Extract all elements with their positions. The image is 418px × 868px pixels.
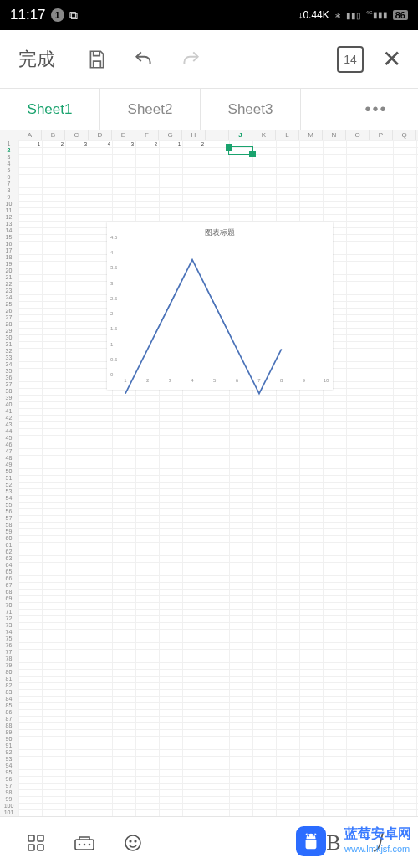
row-header[interactable]: 35 bbox=[0, 368, 18, 375]
row-header[interactable]: 70 bbox=[0, 602, 18, 609]
row-header[interactable]: 72 bbox=[0, 615, 18, 622]
row-header[interactable]: 53 bbox=[0, 488, 18, 495]
row-header[interactable]: 74 bbox=[0, 629, 18, 636]
grid[interactable]: 12343212 图表标题 00.511.522.533.544.5123456… bbox=[18, 140, 418, 816]
row-header[interactable]: 31 bbox=[0, 341, 18, 348]
row-header[interactable]: 14 bbox=[0, 227, 18, 234]
row-header[interactable]: 26 bbox=[0, 308, 18, 314]
row-header[interactable]: 95 bbox=[0, 769, 18, 776]
row-header[interactable]: 27 bbox=[0, 314, 18, 321]
row-header[interactable]: 32 bbox=[0, 348, 18, 355]
row-header[interactable]: 86 bbox=[0, 709, 18, 716]
row-header[interactable]: 21 bbox=[0, 274, 18, 281]
col-header-L[interactable]: L bbox=[276, 130, 299, 140]
row-headers[interactable]: 1234567891011121314151617181920212223242… bbox=[0, 140, 18, 816]
row-header[interactable]: 92 bbox=[0, 749, 18, 756]
col-header-G[interactable]: G bbox=[159, 130, 182, 140]
more-tabs-button[interactable]: ••• bbox=[334, 89, 418, 130]
col-header-D[interactable]: D bbox=[89, 130, 112, 140]
row-header[interactable]: 52 bbox=[0, 482, 18, 488]
row-header[interactable]: 91 bbox=[0, 743, 18, 749]
tab-sheet1[interactable]: Sheet1 bbox=[0, 89, 100, 130]
col-header-O[interactable]: O bbox=[346, 130, 370, 140]
row-header[interactable]: 68 bbox=[0, 589, 18, 595]
cell[interactable]: 2 bbox=[182, 140, 206, 147]
chart[interactable]: 图表标题 00.511.522.533.544.512345678910 bbox=[107, 222, 333, 390]
row-header[interactable]: 94 bbox=[0, 763, 18, 769]
row-header[interactable]: 9 bbox=[0, 194, 18, 201]
row-header[interactable]: 69 bbox=[0, 595, 18, 602]
row-header[interactable]: 50 bbox=[0, 468, 18, 475]
row-header[interactable]: 61 bbox=[0, 542, 18, 549]
row-header[interactable]: 22 bbox=[0, 281, 18, 288]
tab-sheet2[interactable]: Sheet2 bbox=[100, 89, 201, 130]
row-header[interactable]: 24 bbox=[0, 294, 18, 301]
row-header[interactable]: 15 bbox=[0, 234, 18, 241]
row-header[interactable]: 23 bbox=[0, 288, 18, 294]
row-header[interactable]: 59 bbox=[0, 528, 18, 535]
col-header-I[interactable]: I bbox=[206, 130, 229, 140]
row-header[interactable]: 97 bbox=[0, 783, 18, 789]
row-header[interactable]: 37 bbox=[0, 381, 18, 388]
col-header-A[interactable]: A bbox=[18, 130, 42, 140]
selection-handle[interactable] bbox=[249, 151, 256, 157]
row-header[interactable]: 16 bbox=[0, 241, 18, 248]
row-header[interactable]: 51 bbox=[0, 475, 18, 482]
row-header[interactable]: 19 bbox=[0, 261, 18, 268]
col-header-C[interactable]: C bbox=[65, 130, 89, 140]
row-header[interactable]: 20 bbox=[0, 268, 18, 274]
row-header[interactable]: 48 bbox=[0, 455, 18, 462]
cell[interactable]: 1 bbox=[159, 140, 182, 147]
row-header[interactable]: 101 bbox=[0, 809, 18, 816]
row-header[interactable]: 85 bbox=[0, 702, 18, 709]
row-header[interactable]: 87 bbox=[0, 716, 18, 722]
row-header[interactable]: 64 bbox=[0, 562, 18, 569]
col-header-M[interactable]: M bbox=[299, 130, 323, 140]
row-header[interactable]: 43 bbox=[0, 421, 18, 428]
cell[interactable]: 3 bbox=[65, 140, 89, 147]
row-header[interactable]: 33 bbox=[0, 355, 18, 361]
col-header-J[interactable]: J bbox=[229, 130, 252, 140]
row-header[interactable]: 60 bbox=[0, 535, 18, 542]
row-header[interactable]: 55 bbox=[0, 502, 18, 508]
row-header[interactable]: 10 bbox=[0, 201, 18, 207]
row-header[interactable]: 76 bbox=[0, 642, 18, 649]
calendar-button[interactable]: 14 bbox=[337, 46, 364, 73]
row-header[interactable]: 96 bbox=[0, 776, 18, 783]
row-header[interactable]: 62 bbox=[0, 549, 18, 555]
row-header[interactable]: 39 bbox=[0, 395, 18, 401]
row-header[interactable]: 47 bbox=[0, 448, 18, 455]
tab-sheet3[interactable]: Sheet3 bbox=[201, 89, 301, 130]
row-header[interactable]: 79 bbox=[0, 662, 18, 669]
row-header[interactable]: 84 bbox=[0, 696, 18, 702]
row-header[interactable]: 65 bbox=[0, 569, 18, 575]
apps-icon[interactable] bbox=[12, 833, 60, 853]
row-header[interactable]: 56 bbox=[0, 508, 18, 515]
row-header[interactable]: 29 bbox=[0, 328, 18, 334]
row-header[interactable]: 75 bbox=[0, 636, 18, 642]
col-header-E[interactable]: E bbox=[112, 130, 135, 140]
col-header-B[interactable]: B bbox=[42, 130, 65, 140]
row-header[interactable]: 67 bbox=[0, 582, 18, 589]
row-header[interactable]: 66 bbox=[0, 575, 18, 582]
col-header-F[interactable]: F bbox=[135, 130, 159, 140]
row-header[interactable]: 77 bbox=[0, 649, 18, 656]
row-header[interactable]: 1 bbox=[0, 140, 18, 147]
row-header[interactable]: 44 bbox=[0, 428, 18, 435]
row-header[interactable]: 63 bbox=[0, 555, 18, 562]
cell[interactable]: 3 bbox=[112, 140, 135, 147]
row-header[interactable]: 93 bbox=[0, 756, 18, 763]
column-headers[interactable]: ABCDEFGHIJKLMNOPQ bbox=[18, 130, 418, 140]
row-header[interactable]: 2 bbox=[0, 147, 18, 154]
row-header[interactable]: 4 bbox=[0, 161, 18, 167]
row-header[interactable]: 99 bbox=[0, 796, 18, 803]
row-header[interactable]: 100 bbox=[0, 803, 18, 809]
col-header-H[interactable]: H bbox=[182, 130, 206, 140]
spreadsheet[interactable]: ABCDEFGHIJKLMNOPQ 1234567891011121314151… bbox=[0, 130, 418, 816]
row-header[interactable]: 34 bbox=[0, 361, 18, 368]
row-header[interactable]: 57 bbox=[0, 515, 18, 522]
row-header[interactable]: 17 bbox=[0, 248, 18, 254]
cell[interactable]: 4 bbox=[89, 140, 112, 147]
row-header[interactable]: 83 bbox=[0, 689, 18, 696]
save-icon[interactable] bbox=[74, 49, 120, 70]
